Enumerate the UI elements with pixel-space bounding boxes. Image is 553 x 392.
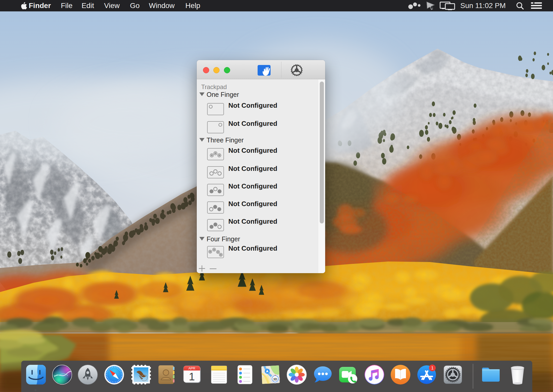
svg-text:1: 1 xyxy=(431,366,433,371)
svg-text:1: 1 xyxy=(189,371,195,383)
svg-text:3D: 3D xyxy=(273,378,277,381)
svg-text:APR: APR xyxy=(188,366,195,370)
